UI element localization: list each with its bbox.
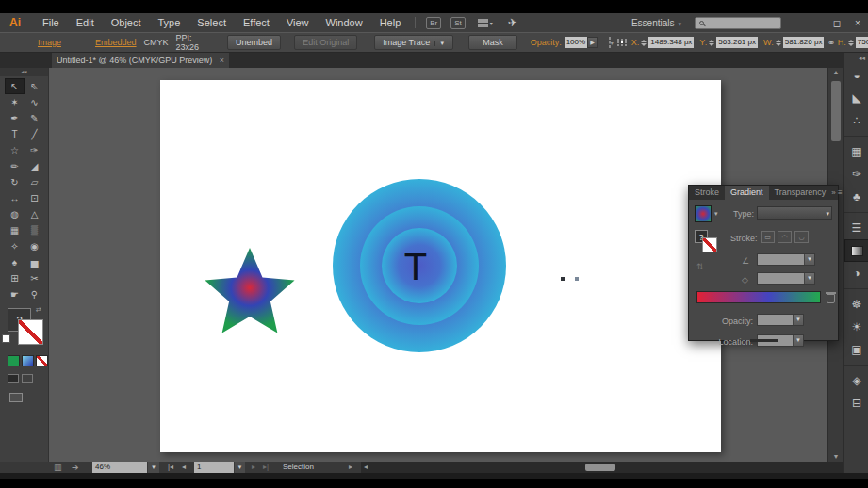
- transparency-panel-icon[interactable]: ◑: [844, 262, 868, 285]
- horizontal-scroll-thumb[interactable]: [585, 464, 615, 471]
- color-guide-panel-icon[interactable]: ◣: [844, 87, 868, 109]
- tab-gradient[interactable]: Gradient: [725, 186, 769, 200]
- rotate-tool[interactable]: ↻: [5, 174, 25, 190]
- vertical-scroll-thumb[interactable]: [831, 81, 841, 141]
- artboard-tool[interactable]: ⊞: [5, 270, 25, 286]
- opacity-dropdown-icon[interactable]: ▶: [587, 37, 598, 48]
- lasso-tool[interactable]: ∿: [25, 94, 44, 110]
- swap-fill-stroke-icon[interactable]: ⇄: [36, 306, 41, 314]
- menu-view[interactable]: View: [278, 17, 318, 28]
- gradient-button[interactable]: [22, 355, 34, 366]
- close-button[interactable]: ×: [847, 18, 868, 28]
- symbol-sprayer-tool[interactable]: ♠: [5, 254, 25, 270]
- menu-effect[interactable]: Effect: [235, 17, 278, 28]
- menu-window[interactable]: Window: [318, 17, 371, 28]
- screen-mode-button[interactable]: [9, 393, 23, 402]
- magic-wand-tool[interactable]: ✶: [5, 94, 25, 110]
- canvas-letter[interactable]: T: [404, 246, 427, 287]
- line-segment-tool[interactable]: ╱: [25, 126, 44, 142]
- collapse-tools-icon[interactable]: ◂◂: [0, 68, 48, 76]
- tab-transparency[interactable]: Transparency: [769, 186, 832, 200]
- star-shape[interactable]: [205, 248, 294, 333]
- menu-help[interactable]: Help: [371, 17, 410, 28]
- status-flyout-icon[interactable]: ▸: [349, 462, 352, 473]
- symbols-panel-icon[interactable]: ♣: [844, 186, 868, 208]
- pathfinder-panel-icon[interactable]: ∴: [844, 109, 868, 132]
- hand-tool[interactable]: ☛: [5, 286, 25, 302]
- close-tab-icon[interactable]: ×: [220, 56, 224, 65]
- stock-button[interactable]: St: [450, 17, 466, 29]
- gradient-swatch-caret-icon[interactable]: ▾: [714, 210, 718, 218]
- graphic-styles-panel-icon[interactable]: ▣: [844, 338, 868, 361]
- default-fill-stroke-icon[interactable]: [2, 334, 10, 343]
- selection-tool[interactable]: ↖: [5, 78, 25, 94]
- status-export-icon[interactable]: ➔: [72, 462, 79, 473]
- minimize-button[interactable]: –: [806, 18, 827, 28]
- x-stepper[interactable]: [641, 40, 647, 46]
- reference-point-locator[interactable]: [617, 39, 628, 46]
- type-tool[interactable]: T: [5, 126, 25, 142]
- color-button[interactable]: [8, 355, 20, 366]
- artboard[interactable]: T: [160, 80, 721, 452]
- blend-tool[interactable]: ◉: [25, 238, 44, 254]
- bridge-button[interactable]: Br: [426, 17, 441, 29]
- paintbrush-tool[interactable]: ✑: [25, 142, 44, 158]
- swatches-panel-icon[interactable]: ▦: [844, 140, 868, 163]
- draw-behind-button[interactable]: [22, 374, 33, 383]
- scale-tool[interactable]: ▱: [25, 174, 44, 190]
- scroll-left-icon[interactable]: ◂: [364, 462, 368, 473]
- tab-stroke[interactable]: Stroke: [689, 186, 725, 200]
- gradient-type-dropdown[interactable]: ▾: [757, 206, 832, 220]
- workspace-switcher[interactable]: Essentials▾: [631, 18, 681, 28]
- search-input[interactable]: [695, 17, 781, 29]
- angle-field[interactable]: ▼: [757, 253, 815, 266]
- stroke-panel-icon[interactable]: ☰: [844, 217, 868, 239]
- unembed-button[interactable]: Unembed: [227, 35, 281, 50]
- last-artboard-icon[interactable]: ▸|: [263, 462, 269, 473]
- scroll-up-icon[interactable]: ▲: [828, 68, 843, 77]
- width-tool[interactable]: ↔: [5, 190, 25, 206]
- layers-panel-icon[interactable]: ◈: [844, 369, 868, 392]
- artboard-dropdown-icon[interactable]: ▼: [235, 462, 245, 473]
- artboard-number-input[interactable]: 1: [194, 462, 234, 473]
- horizontal-scrollbar[interactable]: ◂: [361, 462, 843, 473]
- shape-builder-tool[interactable]: ◍: [5, 206, 25, 222]
- slice-tool[interactable]: ✂: [25, 270, 44, 286]
- free-transform-tool[interactable]: ⊡: [25, 190, 44, 206]
- panel-stroke-proxy[interactable]: [703, 238, 716, 252]
- appearance-panel-icon[interactable]: ☀: [844, 316, 868, 338]
- w-stepper[interactable]: [776, 40, 781, 46]
- artboards-panel-icon[interactable]: ⊟: [844, 392, 868, 415]
- panel-resize-grip[interactable]: [750, 339, 778, 342]
- embedded-link[interactable]: Embedded: [95, 38, 137, 47]
- scroll-down-icon[interactable]: ▼: [828, 452, 843, 462]
- eraser-tool[interactable]: ◢: [25, 158, 44, 174]
- document-tab[interactable]: Untitled-1* @ 46% (CMYK/GPU Preview) ×: [52, 53, 229, 68]
- stroke-color-proxy[interactable]: [19, 320, 42, 344]
- curvature-tool[interactable]: ✎: [25, 110, 44, 126]
- gradient-panel-icon[interactable]: [844, 239, 868, 262]
- restore-button[interactable]: ◻: [827, 18, 847, 28]
- menu-select[interactable]: Select: [188, 17, 235, 28]
- first-artboard-icon[interactable]: |◂: [168, 462, 173, 473]
- zoom-level-input[interactable]: 46%: [92, 462, 147, 473]
- share-icon[interactable]: ✈: [507, 15, 518, 29]
- gradient-slider-bar[interactable]: [696, 291, 821, 303]
- opacity-field[interactable]: ▼: [757, 314, 804, 326]
- aspect-ratio-field[interactable]: ▼: [757, 272, 815, 285]
- shape-tool[interactable]: ☆: [5, 142, 25, 158]
- color-themes-panel-icon[interactable]: ☸: [844, 293, 868, 316]
- reverse-gradient-icon[interactable]: ⇅: [696, 262, 704, 271]
- opacity-input[interactable]: 100%: [565, 37, 587, 48]
- perspective-grid-tool[interactable]: △: [25, 206, 44, 222]
- y-input[interactable]: 563.261 px: [716, 37, 758, 48]
- menu-type[interactable]: Type: [150, 17, 189, 28]
- menu-file[interactable]: File: [34, 17, 68, 28]
- eyedropper-tool[interactable]: ✧: [5, 238, 25, 254]
- x-input[interactable]: 1489.348 px: [648, 37, 694, 48]
- color-panel-icon[interactable]: ◒: [844, 64, 868, 87]
- pen-tool[interactable]: ✒: [5, 110, 25, 126]
- draw-normal-button[interactable]: [8, 374, 19, 383]
- mask-button[interactable]: Mask: [468, 35, 517, 50]
- gradient-swatch-thumbnail[interactable]: [695, 205, 712, 222]
